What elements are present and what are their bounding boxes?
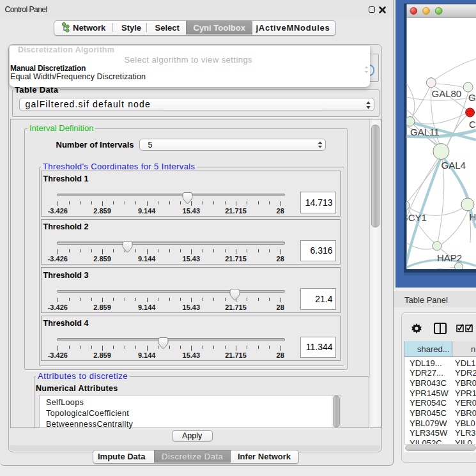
svg-text:HAP2: HAP2 [437,252,462,263]
svg-text:GAL4: GAL4 [441,160,466,171]
svg-text:GAL80: GAL80 [432,88,462,99]
svg-text:H: H [470,211,476,222]
svg-text:C: C [469,119,476,130]
svg-text:GA: GA [468,92,476,103]
svg-text:GAL11: GAL11 [410,127,440,137]
